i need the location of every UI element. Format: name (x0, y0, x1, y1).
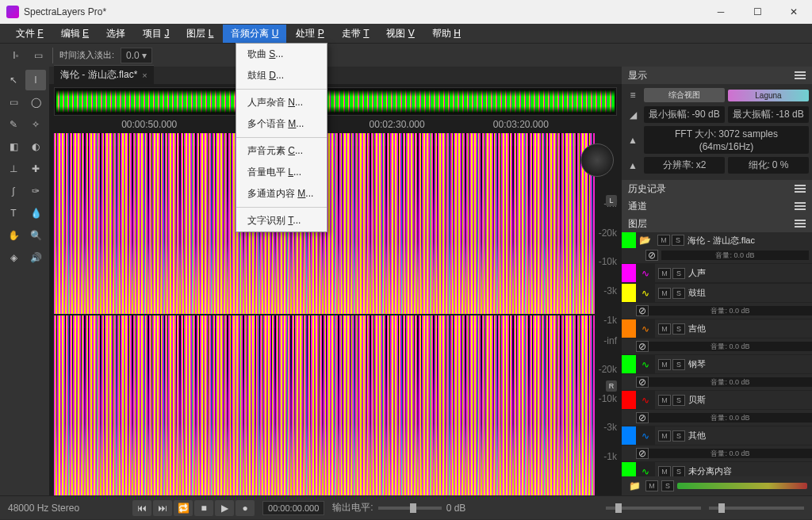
fade-value[interactable]: 0.0 ▾ (121, 48, 152, 63)
menu-item[interactable]: 音量电平 L... (236, 162, 327, 183)
history-panel-header[interactable]: 历史记录 (622, 180, 812, 197)
solo-button[interactable]: S (672, 235, 684, 246)
solo-button[interactable]: S (672, 359, 685, 370)
mute-icon[interactable]: ⊘ (636, 305, 649, 316)
mute-icon[interactable]: ⊘ (636, 377, 649, 388)
text-tool[interactable]: I (25, 70, 46, 90)
volume-bar[interactable]: 音量: 0.0 dB (649, 306, 812, 315)
menu-item[interactable]: 歌曲 S... (236, 44, 327, 65)
eraser-tool[interactable]: ◧ (3, 136, 24, 157)
mute-icon[interactable]: ⊘ (645, 250, 658, 261)
type-tool[interactable]: T (3, 203, 24, 224)
minimize-button[interactable]: ─ (703, 0, 739, 24)
view-mode-button[interactable]: 综合视图 (644, 88, 725, 102)
hand-tool[interactable]: ✋ (3, 225, 24, 246)
layer-name[interactable]: 钢琴 (688, 358, 812, 370)
master-layer-name[interactable]: 海伦 - 游山恋.flac (688, 235, 812, 247)
fft-size-value[interactable]: FFT 大小: 3072 samples (64ms/16Hz) (644, 126, 809, 154)
panel-menu-icon[interactable] (795, 220, 806, 228)
solo-button[interactable]: S (672, 466, 685, 477)
solo-button[interactable]: S (672, 323, 685, 335)
menu-项目[interactable]: 项目 J (135, 25, 177, 43)
picker-tool[interactable]: ✑ (25, 181, 46, 201)
volume-bar[interactable]: 音量: 0.0 dB (649, 342, 812, 351)
volume-bar[interactable]: 音量: 0.0 dB (661, 250, 809, 260)
master-solo[interactable]: S (661, 480, 674, 491)
zoom-tool[interactable]: 🔍 (25, 225, 46, 246)
waveform-overview[interactable] (54, 87, 617, 116)
mute-button[interactable]: M (658, 323, 671, 335)
play-button[interactable]: ▶ (215, 500, 234, 516)
loop-button[interactable]: 🔁 (174, 500, 193, 516)
menu-处理[interactable]: 处理 P (288, 25, 331, 43)
menu-图层[interactable]: 图层 L (178, 25, 221, 43)
resolution-value[interactable]: 分辨率: x2 (644, 157, 725, 174)
layer-name[interactable]: 其他 (688, 430, 812, 442)
mute-icon[interactable]: ⊘ (636, 341, 649, 352)
mute-button[interactable]: M (658, 359, 671, 370)
volume-bar[interactable]: 音量: 0.0 dB (649, 377, 812, 387)
layer-name[interactable]: 贝斯 (688, 394, 812, 406)
selection-mode-icon[interactable]: ▭ (30, 48, 46, 63)
time-ruler[interactable]: 00:00:50.000 00:02:30.000 00:03:20.000 (54, 119, 617, 133)
mute-button[interactable]: M (658, 395, 671, 406)
marquee-tool[interactable]: ▭ (3, 92, 24, 113)
panel-menu-icon[interactable] (795, 185, 806, 193)
volume-bar[interactable]: 音量: 0.0 dB (649, 449, 812, 458)
brush-tool[interactable]: ✎ (3, 114, 24, 135)
zoom-slider-2[interactable] (709, 507, 804, 510)
mute-icon[interactable]: ⊘ (636, 448, 649, 459)
folder-icon[interactable]: 📁 (626, 478, 642, 494)
layer-name[interactable]: 鼓组 (688, 287, 812, 299)
menu-文件[interactable]: 文件 F (8, 25, 52, 43)
dropper-tool[interactable]: 💧 (25, 203, 46, 224)
master-mute[interactable]: M (645, 480, 658, 491)
rewind-button[interactable]: ⏮ (132, 500, 151, 516)
output-level-slider[interactable] (378, 507, 442, 510)
menu-视图[interactable]: 视图 V (378, 25, 422, 43)
mute-button[interactable]: M (658, 288, 671, 299)
ffwd-button[interactable]: ⏭ (153, 500, 172, 516)
heal-tool[interactable]: ✚ (25, 159, 46, 179)
maximize-button[interactable]: ☐ (739, 0, 776, 24)
channel-panel-header[interactable]: 通道 (622, 197, 812, 215)
volume-bar[interactable]: 音量: 0.0 dB (649, 413, 812, 422)
menu-走带[interactable]: 走带 T (334, 25, 377, 43)
stop-button[interactable]: ■ (194, 500, 213, 516)
mute-icon[interactable]: ⊘ (636, 412, 649, 423)
curve-tool[interactable]: ∫ (3, 181, 24, 201)
speaker-tool[interactable]: 🔊 (25, 247, 46, 268)
menu-item[interactable]: 声音元素 C... (236, 140, 327, 162)
panel-menu-icon[interactable] (795, 202, 806, 210)
menu-音频分离[interactable]: 音频分离 U (223, 25, 286, 43)
wand-tool[interactable]: ✧ (25, 114, 46, 135)
menu-选择[interactable]: 选择 (98, 25, 133, 43)
mute-button[interactable]: M (658, 268, 671, 279)
mute-button[interactable]: M (657, 235, 670, 246)
display-panel-header[interactable]: 显示 (622, 67, 812, 84)
solo-button[interactable]: S (672, 268, 685, 279)
menu-item[interactable]: 人声杂音 N... (236, 92, 327, 113)
tool-mode-icon[interactable]: I◦ (8, 48, 24, 63)
menu-编辑[interactable]: 编辑 E (53, 25, 97, 43)
cube-tool[interactable]: ◈ (3, 247, 24, 268)
lasso-tool[interactable]: ◯ (25, 92, 46, 113)
solo-button[interactable]: S (672, 288, 685, 299)
spectrogram-right[interactable] (54, 315, 595, 496)
layer-name[interactable]: 吉他 (688, 323, 812, 335)
zoom-slider[interactable] (606, 507, 701, 510)
layer-name[interactable]: 人声 (688, 267, 812, 279)
menu-帮助[interactable]: 帮助 H (424, 25, 469, 43)
file-tab[interactable]: 海伦 - 游山恋.flac* × (54, 65, 154, 84)
pointer-tool[interactable]: ↖ (3, 70, 24, 90)
layers-icon[interactable]: ≡ (625, 87, 641, 103)
menu-item[interactable]: 多个语音 M... (236, 113, 327, 135)
record-button[interactable]: ● (236, 500, 255, 516)
panel-menu-icon[interactable] (795, 71, 806, 79)
stamp-tool[interactable]: ⊥ (3, 159, 24, 179)
mute-button[interactable]: M (658, 466, 671, 477)
menu-item[interactable]: 鼓组 D... (236, 65, 327, 86)
solo-button[interactable]: S (672, 395, 685, 406)
colormap-button[interactable]: Laguna (728, 90, 809, 101)
menu-item[interactable]: 多通道内容 M... (236, 183, 327, 205)
